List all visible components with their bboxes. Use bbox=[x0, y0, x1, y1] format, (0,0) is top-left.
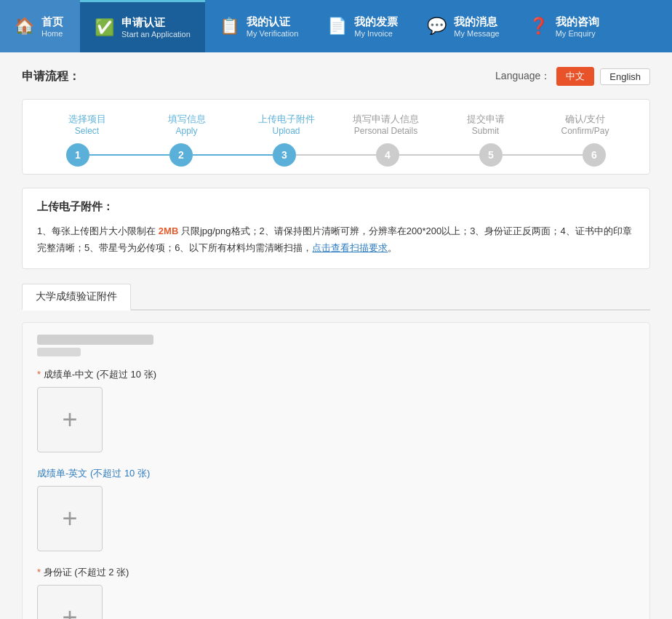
upload-card-area: * 成绩单-中文 (不超过 10 张) + 成绩单-英文 (不超过 10 张) … bbox=[22, 322, 650, 619]
verification-icon: 📋 bbox=[220, 17, 239, 36]
step-line-1 bbox=[89, 154, 169, 156]
step-zh-3: 上传电子附件 bbox=[236, 113, 336, 126]
step-label-2: 填写信息 Apply bbox=[137, 113, 236, 136]
step-label-1: 选择项目 Select bbox=[37, 113, 137, 136]
tab-transcript[interactable]: 大学成绩验证附件 bbox=[22, 284, 131, 311]
required-star: * bbox=[37, 369, 44, 380]
step-circle-4: 4 bbox=[376, 143, 399, 167]
scan-requirements-link[interactable]: 点击查看扫描要求 bbox=[312, 242, 388, 253]
upload-button-transcript_zh[interactable]: + bbox=[37, 387, 103, 452]
upload-field-transcript_en: 成绩单-英文 (不超过 10 张) + bbox=[37, 467, 635, 551]
step-circle-5: 5 bbox=[479, 143, 503, 167]
nav-item-invoice[interactable]: 📄 我的发票 My Invoice bbox=[313, 0, 412, 52]
nav-en-verification: My Verification bbox=[247, 29, 299, 38]
nav-zh-verification: 我的认证 bbox=[247, 15, 299, 29]
nav-zh-enquiry: 我的咨询 bbox=[556, 15, 599, 29]
nav-zh-apply: 申请认证 bbox=[121, 16, 191, 30]
upload-field-id_card: * 身份证 (不超过 2 张) + bbox=[37, 566, 635, 619]
steps-container: 选择项目 Select 填写信息 Apply 上传电子附件 Upload 填写申… bbox=[22, 99, 650, 175]
message-icon: 💬 bbox=[427, 17, 447, 36]
lang-en-button[interactable]: English bbox=[600, 68, 650, 85]
upload-button-transcript_en[interactable]: + bbox=[37, 486, 103, 551]
step-en-3: Upload bbox=[236, 126, 336, 136]
step-circle-2: 2 bbox=[169, 143, 193, 167]
step-line-5 bbox=[503, 154, 583, 156]
steps-track: 123456 bbox=[37, 143, 635, 167]
required-star: * bbox=[37, 567, 44, 578]
enquiry-icon: ❓ bbox=[529, 17, 548, 36]
upload-button-id_card[interactable]: + bbox=[37, 585, 103, 619]
step-en-1: Select bbox=[37, 126, 137, 136]
step-circle-6: 6 bbox=[583, 143, 606, 167]
invoice-icon: 📄 bbox=[327, 17, 347, 36]
language-label: Language： bbox=[495, 70, 551, 83]
nav-item-message[interactable]: 💬 我的消息 My Message bbox=[412, 0, 513, 52]
nav-zh-invoice: 我的发票 bbox=[354, 15, 398, 29]
nav-zh-home: 首页 bbox=[41, 15, 63, 29]
step-label-6: 确认/支付 Confirm/Pay bbox=[535, 113, 635, 136]
upload-label-text-id_card: 身份证 (不超过 2 张) bbox=[44, 567, 129, 578]
step-circle-1: 1 bbox=[66, 143, 89, 167]
nav-item-verification[interactable]: 📋 我的认证 My Verification bbox=[205, 0, 313, 52]
step-zh-5: 提交申请 bbox=[436, 113, 535, 126]
step-label-4: 填写申请人信息 Personal Details bbox=[336, 113, 436, 136]
note-text-1: 1、每张上传图片大小限制在 bbox=[37, 225, 156, 236]
step-en-6: Confirm/Pay bbox=[535, 126, 635, 136]
tab-bar: 大学成绩验证附件 bbox=[22, 282, 650, 311]
nav-zh-message: 我的消息 bbox=[454, 15, 499, 29]
step-en-4: Personal Details bbox=[336, 126, 436, 136]
blurred-sub-bar bbox=[37, 348, 81, 356]
nav-en-enquiry: My Enquiry bbox=[556, 29, 599, 38]
nav-en-home: Home bbox=[41, 29, 63, 38]
step-zh-1: 选择项目 bbox=[37, 113, 137, 126]
upload-notes: 1、每张上传图片大小限制在 2MB 只限jpg/png格式；2、请保持图片清晰可… bbox=[37, 223, 635, 257]
blurred-info-bar bbox=[37, 335, 153, 345]
nav-en-message: My Message bbox=[454, 29, 499, 38]
nav-item-enquiry[interactable]: ❓ 我的咨询 My Enquiry bbox=[514, 0, 614, 52]
process-title: 申请流程： bbox=[22, 69, 80, 84]
upload-label-transcript_zh: * 成绩单-中文 (不超过 10 张) bbox=[37, 368, 635, 381]
step-zh-6: 确认/支付 bbox=[535, 113, 635, 126]
process-header: 申请流程： Language： 中文 English bbox=[22, 67, 650, 86]
steps-labels: 选择项目 Select 填写信息 Apply 上传电子附件 Upload 填写申… bbox=[37, 113, 635, 136]
upload-card-container: 大学成绩验证附件 * 成绩单-中文 (不超过 10 张) + 成绩单-英文 (不… bbox=[22, 282, 650, 619]
upload-section-title: 上传电子附件： bbox=[37, 200, 635, 214]
upload-label-transcript_en: 成绩单-英文 (不超过 10 张) bbox=[37, 467, 635, 480]
step-line-2 bbox=[193, 154, 273, 156]
step-zh-4: 填写申请人信息 bbox=[336, 113, 436, 126]
nav-en-invoice: My Invoice bbox=[354, 29, 398, 38]
language-bar: Language： 中文 English bbox=[495, 67, 650, 86]
header: 🏠 首页 Home ✅ 申请认证 Start an Application 📋 … bbox=[0, 0, 672, 52]
step-circle-3: 3 bbox=[273, 143, 296, 167]
apply-icon: ✅ bbox=[95, 18, 114, 37]
note-period: 。 bbox=[388, 242, 397, 253]
step-label-3: 上传电子附件 Upload bbox=[236, 113, 336, 136]
step-line-3 bbox=[296, 154, 376, 156]
lang-zh-button[interactable]: 中文 bbox=[556, 67, 594, 86]
step-en-5: Submit bbox=[436, 126, 535, 136]
upload-field-transcript_zh: * 成绩单-中文 (不超过 10 张) + bbox=[37, 368, 635, 452]
upload-label-text-transcript_en: 成绩单-英文 (不超过 10 张) bbox=[37, 468, 150, 479]
upload-section: 上传电子附件： 1、每张上传图片大小限制在 2MB 只限jpg/png格式；2、… bbox=[22, 188, 650, 269]
nav-item-home[interactable]: 🏠 首页 Home bbox=[0, 0, 80, 52]
step-en-2: Apply bbox=[137, 126, 236, 136]
nav-item-apply[interactable]: ✅ 申请认证 Start an Application bbox=[80, 0, 205, 52]
home-icon: 🏠 bbox=[15, 17, 34, 36]
step-line-4 bbox=[399, 154, 479, 156]
step-label-5: 提交申请 Submit bbox=[436, 113, 535, 136]
note-highlight: 2MB bbox=[156, 225, 181, 236]
main-content: 申请流程： Language： 中文 English 选择项目 Select 填… bbox=[0, 52, 672, 619]
upload-label-text-transcript_zh: 成绩单-中文 (不超过 10 张) bbox=[44, 369, 156, 380]
nav-en-apply: Start an Application bbox=[121, 30, 191, 39]
upload-label-id_card: * 身份证 (不超过 2 张) bbox=[37, 566, 635, 579]
step-zh-2: 填写信息 bbox=[137, 113, 236, 126]
